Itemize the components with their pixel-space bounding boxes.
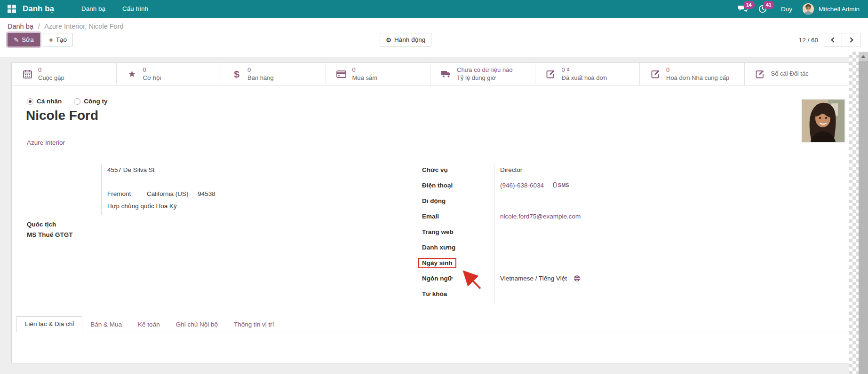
scroll-up-icon[interactable] — [859, 52, 868, 61]
edit-button-label: Sửa — [22, 36, 34, 43]
messages-badge: 14 — [743, 1, 755, 9]
tab-accounting[interactable]: Kế toán — [130, 317, 168, 332]
email-link[interactable]: nicole.ford75@example.com — [500, 213, 581, 220]
sheet-body: Cá nhân Công ty Nicole Ford Azure Interi… — [12, 86, 849, 363]
globe-icon[interactable] — [573, 275, 581, 282]
tab-internal-notes[interactable]: Ghi chú Nội bộ — [168, 317, 226, 332]
address-country: Hợp chủng quốc Hoa Kỳ — [107, 203, 403, 215]
job-position-value: Director — [494, 164, 714, 180]
plus-icon: + — [49, 36, 53, 44]
parent-company-link[interactable]: Azure Interior — [27, 139, 65, 146]
activities-button[interactable]: 41 — [755, 0, 771, 18]
address-value[interactable]: 4557 De Silva St Fremont California (US)… — [101, 164, 403, 215]
invoice-edit-icon — [546, 70, 556, 78]
stat-label: Sổ cái Đối tác — [771, 70, 809, 78]
radio-selected-icon — [27, 98, 33, 105]
nationality-label: Quốc tịch — [27, 221, 101, 231]
address-column: Quốc tịch MS Thuế GTGT 4557 De Silva St … — [27, 164, 403, 245]
title-value — [494, 242, 714, 257]
company-type-selector: Cá nhân Công ty — [27, 98, 108, 105]
stat-button-opportunities[interactable]: ★ 0Cơ hội — [117, 63, 222, 85]
language-label: Ngôn ngữ — [422, 273, 494, 288]
stat-value: 0 — [247, 66, 274, 74]
job-position-label: Chức vụ — [422, 164, 494, 180]
radio-company[interactable]: Công ty — [74, 98, 107, 105]
breadcrumb-separator: / — [38, 23, 40, 30]
radio-company-label: Công ty — [84, 98, 107, 105]
tab-partner-assignment[interactable]: Thông tin vị trí — [226, 317, 282, 332]
stat-label: Tỷ lệ đúng giờ — [457, 74, 513, 82]
tab-sales-purchase[interactable]: Bán & Mua — [82, 317, 130, 332]
stat-label: Đã xuất hoá đơn — [562, 74, 607, 82]
contact-name: Nicole Ford — [26, 108, 98, 123]
pager: 12 / 60 — [799, 33, 860, 47]
radio-unselected-icon — [74, 98, 80, 105]
menu-contacts[interactable]: Danh bạ — [73, 0, 114, 18]
contact-photo[interactable] — [802, 99, 845, 142]
address-label-spacer: Quốc tịch MS Thuế GTGT — [27, 164, 101, 238]
phone-label: Điện thoại — [422, 180, 494, 195]
stat-button-meetings[interactable]: 0Cuộc gặp — [12, 63, 117, 85]
create-button[interactable]: + Tạo — [43, 33, 73, 47]
breadcrumb: Danh bạ / Azure Interior, Nicole Ford — [0, 18, 868, 30]
mobile-value — [494, 195, 714, 211]
stat-button-vendor-bills[interactable]: 0Hoá đơn Nhà cung cấp — [640, 63, 745, 85]
notebook-tabs: Liên lạc & Địa chỉ Bán & Mua Kế toán Ghi… — [12, 316, 849, 363]
edit-button[interactable]: ✎ Sửa — [8, 33, 40, 47]
phone-link[interactable]: (946)-638-6034 — [500, 182, 544, 189]
top-navbar: Danh bạ Danh bạ Cấu hình 14 41 Duy Mitch… — [0, 0, 868, 18]
credit-card-icon — [336, 70, 347, 78]
star-icon: ★ — [127, 70, 137, 78]
button-row: ✎ Sửa + Tạo ⚙ Hành động 12 / 60 — [0, 30, 868, 51]
website-value — [494, 226, 714, 242]
truck-icon — [441, 70, 451, 78]
action-menu-label: Hành động — [394, 36, 425, 43]
company-switcher[interactable]: Duy — [774, 6, 799, 13]
app-title[interactable]: Danh bạ — [23, 4, 54, 14]
stat-value: 0 — [38, 66, 64, 74]
tab-contacts-addresses[interactable]: Liên lạc & Địa chỉ — [16, 316, 82, 332]
email-label: Email — [422, 211, 494, 226]
stat-label: Hoá đơn Nhà cung cấp — [666, 74, 729, 82]
stat-button-on-time-rate[interactable]: Chưa có dữ liệu nàoTỷ lệ đúng giờ — [430, 63, 535, 85]
stat-button-sales[interactable]: $ 0Bán hàng — [221, 63, 326, 85]
action-menu-button[interactable]: ⚙ Hành động — [380, 33, 431, 47]
messages-button[interactable]: 14 — [735, 0, 751, 18]
address-state: California (US) — [147, 190, 189, 197]
birthdate-value — [494, 257, 714, 273]
vertical-scrollbar[interactable] — [859, 52, 868, 374]
stat-value: 0 — [352, 66, 377, 74]
stat-value: 0 — [666, 66, 729, 74]
birthdate-label-highlighted: Ngày sinh — [418, 258, 456, 268]
address-city: Fremont — [107, 190, 131, 197]
language-value: Vietnamese / Tiếng Việt — [500, 275, 567, 282]
chevron-right-icon — [848, 37, 853, 42]
user-avatar[interactable] — [803, 3, 814, 15]
stat-button-purchases[interactable]: 0Mua sắm — [326, 63, 431, 85]
next-record-button[interactable] — [842, 33, 860, 47]
address-city-line: Fremont California (US) 94538 — [107, 190, 403, 203]
vat-label: MS Thuế GTGT — [27, 231, 101, 238]
breadcrumb-current: Azure Interior, Nicole Ford — [44, 23, 123, 30]
pencil-icon: ✎ — [14, 36, 19, 44]
breadcrumb-parent-link[interactable]: Danh bạ — [8, 23, 33, 30]
create-button-label: Tạo — [56, 36, 67, 43]
activities-badge: 41 — [763, 1, 774, 9]
form-sheet: 0Cuộc gặp ★ 0Cơ hội $ 0Bán hàng 0Mua sắm — [11, 62, 849, 363]
stat-value: 0 — [143, 66, 161, 74]
address-zip: 94538 — [198, 190, 215, 197]
radio-individual[interactable]: Cá nhân — [27, 98, 62, 105]
previous-record-button[interactable] — [824, 33, 842, 47]
chevron-left-icon — [831, 37, 836, 42]
apps-menu-icon[interactable] — [8, 5, 16, 13]
stat-label: Mua sắm — [352, 74, 377, 82]
stat-button-partner-ledger[interactable]: Sổ cái Đối tác — [745, 63, 849, 85]
control-panel: Danh bạ / Azure Interior, Nicole Ford ✎ … — [0, 18, 868, 57]
user-menu[interactable]: Mitchell Admin — [819, 6, 860, 13]
sms-button[interactable]: SMS — [553, 182, 569, 188]
menu-configuration[interactable]: Cấu hình — [114, 0, 157, 18]
stat-button-invoiced[interactable]: 0 ₫Đã xuất hoá đơn — [535, 63, 640, 85]
topnav-right: 14 41 Duy Mitchell Admin — [735, 0, 868, 18]
stat-label: Bán hàng — [247, 74, 274, 82]
contact-form-page: Danh bạ Danh bạ Cấu hình 14 41 Duy Mitch… — [0, 0, 868, 374]
